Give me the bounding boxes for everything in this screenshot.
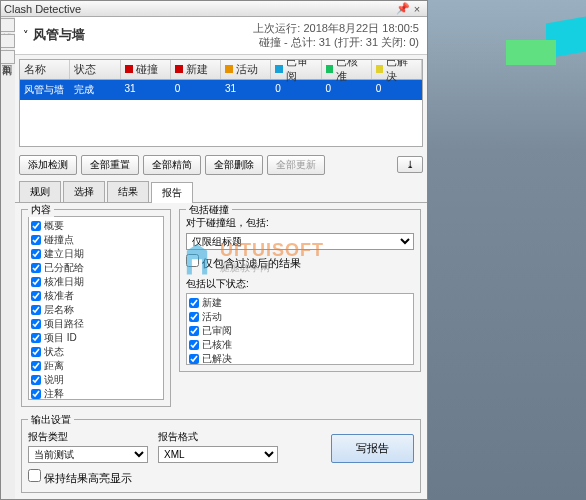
state-item[interactable]: 已审阅 <box>189 324 411 338</box>
cell: 0 <box>322 80 372 100</box>
close-icon[interactable]: × <box>410 3 424 15</box>
content-item[interactable]: 建立日期 <box>31 247 161 261</box>
pin-icon[interactable]: 📌 <box>396 2 410 15</box>
main-tabs: 规则 选择 结果 报告 <box>15 181 427 203</box>
content-item[interactable]: 碰撞点 <box>31 233 161 247</box>
side-dock-tabs: 选择树 集合 剖单页 <box>1 18 15 66</box>
delete-all-button[interactable]: 全部删除 <box>205 155 263 175</box>
col-header[interactable]: 碰撞 <box>121 60 171 79</box>
content-item[interactable]: 注释 <box>31 387 161 400</box>
chevron-down-icon[interactable]: ˅ <box>23 29 29 42</box>
content-item[interactable]: 核准日期 <box>31 275 161 289</box>
export-button[interactable]: ⤓ <box>397 156 423 173</box>
filter-checkbox-label[interactable]: 仅包含过滤后的结果 <box>186 254 414 271</box>
sidetab-section[interactable]: 剖单页 <box>1 50 15 64</box>
cell: 31 <box>121 80 171 100</box>
update-all-button[interactable]: 全部更新 <box>267 155 325 175</box>
clash-summary-text: 碰撞 - 总计: 31 (打开: 31 关闭: 0) <box>253 35 419 49</box>
content-item[interactable]: 层名称 <box>31 303 161 317</box>
report-type-label: 报告类型 <box>28 430 148 444</box>
output-settings-fieldset: 输出设置 报告类型 当前测试 报告格式 XML 写报告 保持结果高亮显示 <box>21 419 421 493</box>
col-header[interactable]: 已解决 <box>372 60 422 79</box>
content-item[interactable]: 说明 <box>31 373 161 387</box>
include-clashes-fieldset: 包括碰撞 对于碰撞组，包括: 仅限组标题 仅包含过滤后的结果 包括以下状态: 新… <box>179 209 421 372</box>
content-item[interactable]: 距离 <box>31 359 161 373</box>
cell: 0 <box>171 80 221 100</box>
add-test-button[interactable]: 添加检测 <box>19 155 77 175</box>
state-item[interactable]: 活动 <box>189 310 411 324</box>
col-header[interactable]: 名称 <box>20 60 70 79</box>
geometry <box>506 40 556 65</box>
col-header[interactable]: 已审阅 <box>271 60 321 79</box>
last-run-text: 上次运行: 2018年8月22日 18:00:5 <box>253 21 419 35</box>
report-type-select[interactable]: 当前测试 <box>28 446 148 463</box>
state-item[interactable]: 已解决 <box>189 352 411 365</box>
content-item[interactable]: 项目路径 <box>31 317 161 331</box>
content-item[interactable]: 状态 <box>31 345 161 359</box>
contents-fieldset: 内容 概要碰撞点建立日期已分配给核准日期核准者层名称项目路径项目 ID状态距离说… <box>21 209 171 407</box>
sidetab-selection-tree[interactable]: 选择树 <box>1 18 15 32</box>
states-legend: 包括以下状态: <box>186 277 414 291</box>
report-format-label: 报告格式 <box>158 430 278 444</box>
window-title: Clash Detective <box>4 3 81 15</box>
reset-all-button[interactable]: 全部重置 <box>81 155 139 175</box>
content-item[interactable]: 概要 <box>31 219 161 233</box>
content-item[interactable]: 项目 ID <box>31 331 161 345</box>
test-title: 风管与墙 <box>33 26 85 44</box>
contents-legend: 内容 <box>28 203 54 217</box>
output-legend: 输出设置 <box>28 413 74 427</box>
tab-report[interactable]: 报告 <box>151 182 193 203</box>
keep-highlight-checkbox[interactable] <box>28 469 41 482</box>
state-item[interactable]: 已核准 <box>189 338 411 352</box>
report-format-select[interactable]: XML <box>158 446 278 463</box>
cell: 完成 <box>70 80 120 100</box>
group-select[interactable]: 仅限组标题 <box>186 233 414 250</box>
write-report-button[interactable]: 写报告 <box>331 434 414 463</box>
col-header[interactable]: 活动 <box>221 60 271 79</box>
cell: 0 <box>372 80 422 100</box>
content-item[interactable]: 核准者 <box>31 289 161 303</box>
states-list[interactable]: 新建活动已审阅已核准已解决 <box>186 293 414 365</box>
tests-table: 名称状态碰撞新建活动已审阅已核准已解决 风管与墙完成31031000 <box>19 59 423 147</box>
contents-list[interactable]: 概要碰撞点建立日期已分配给核准日期核准者层名称项目路径项目 ID状态距离说明注释… <box>28 216 164 400</box>
col-header[interactable]: 已核准 <box>322 60 372 79</box>
tab-results[interactable]: 结果 <box>107 181 149 202</box>
keep-highlight-label[interactable]: 保持结果高亮显示 <box>28 469 414 486</box>
table-row[interactable]: 风管与墙完成31031000 <box>20 80 422 100</box>
filter-checkbox[interactable] <box>186 254 199 267</box>
titlebar[interactable]: Clash Detective 📌 × <box>1 1 427 17</box>
test-header: ˅ 风管与墙 上次运行: 2018年8月22日 18:00:5 碰撞 - 总计:… <box>15 17 427 55</box>
content-item[interactable]: 已分配给 <box>31 261 161 275</box>
clash-detective-panel: Clash Detective 📌 × 选择树 集合 剖单页 ˅ 风管与墙 上次… <box>0 0 428 500</box>
cell: 0 <box>271 80 321 100</box>
tab-select[interactable]: 选择 <box>63 181 105 202</box>
state-item[interactable]: 新建 <box>189 296 411 310</box>
include-legend: 包括碰撞 <box>186 203 232 217</box>
col-header[interactable]: 新建 <box>171 60 221 79</box>
cell: 风管与墙 <box>20 80 70 100</box>
col-header[interactable]: 状态 <box>70 60 120 79</box>
cell: 31 <box>221 80 271 100</box>
tab-rules[interactable]: 规则 <box>19 181 61 202</box>
compact-all-button[interactable]: 全部精简 <box>143 155 201 175</box>
sidetab-sets[interactable]: 集合 <box>1 34 15 48</box>
group-label: 对于碰撞组，包括: <box>186 216 414 230</box>
